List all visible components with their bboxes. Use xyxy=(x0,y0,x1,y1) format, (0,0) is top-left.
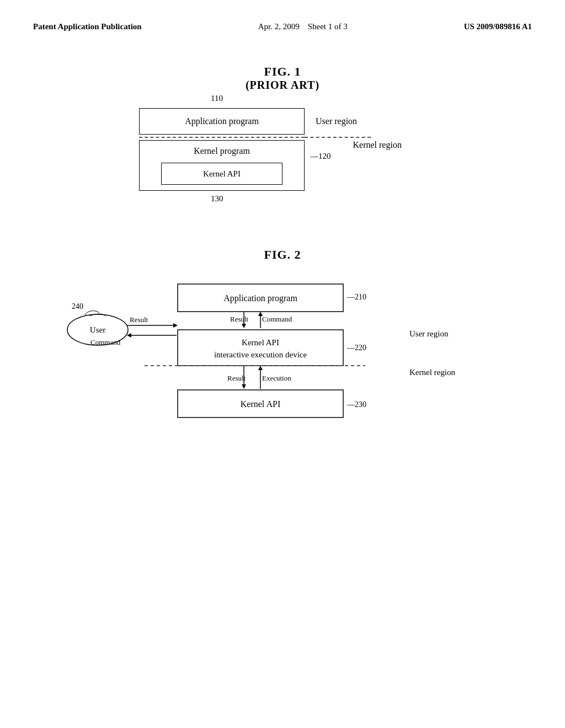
svg-text:interactive execution device: interactive execution device xyxy=(214,350,307,359)
svg-text:Execution: Execution xyxy=(262,374,291,382)
fig1-container: FIG. 1 (PRIOR ART) 110 Application progr… xyxy=(33,65,532,204)
svg-text:Result: Result xyxy=(130,315,148,324)
svg-text:User region: User region xyxy=(409,329,449,338)
page-header: Patent Application Publication Apr. 2, 2… xyxy=(33,22,532,31)
svg-text:Kernel API: Kernel API xyxy=(241,399,280,409)
kernel-region-label-fig1: Kernel region xyxy=(353,140,402,149)
svg-text:—210: —210 xyxy=(347,293,366,301)
label-120: —120 xyxy=(310,152,331,160)
header-sheet: Sheet 1 of 3 xyxy=(308,22,348,31)
svg-text:Application program: Application program xyxy=(223,293,297,303)
svg-text:Command: Command xyxy=(90,338,121,346)
svg-text:Kernel API: Kernel API xyxy=(242,338,279,347)
svg-text:User: User xyxy=(90,325,105,334)
svg-rect-9 xyxy=(178,330,343,366)
svg-text:—230: —230 xyxy=(347,400,366,409)
svg-marker-20 xyxy=(258,366,263,370)
user-region-label-fig1: User region xyxy=(316,116,357,126)
fig1-diagram: 110 Application program User region Kern… xyxy=(139,108,426,204)
fig2-svg: Application program —210 Result Command … xyxy=(56,279,509,510)
svg-text:—220: —220 xyxy=(347,344,366,352)
header-date: Apr. 2, 2009 xyxy=(258,22,300,31)
app-program-box-fig1: Application program xyxy=(139,108,305,135)
svg-text:Result: Result xyxy=(230,315,249,323)
fig1-title: FIG. 1 (PRIOR ART) xyxy=(246,65,319,92)
svg-text:Command: Command xyxy=(262,315,292,323)
kernel-api-box-fig1: Kernel API xyxy=(161,163,282,185)
svg-marker-4 xyxy=(242,324,246,328)
svg-marker-32 xyxy=(127,333,131,338)
svg-marker-29 xyxy=(173,323,178,328)
fig2-diagram: Application program —210 Result Command … xyxy=(56,279,509,510)
svg-text:240: 240 xyxy=(72,302,83,311)
fig2-title: FIG. 2 xyxy=(33,248,532,262)
svg-text:Result: Result xyxy=(227,374,246,382)
page: Patent Application Publication Apr. 2, 2… xyxy=(0,0,565,728)
label-110: 110 xyxy=(211,94,223,103)
fig2-section: FIG. 2 Application program —210 Result C… xyxy=(33,248,532,510)
header-date-sheet: Apr. 2, 2009 Sheet 1 of 3 xyxy=(258,22,348,31)
svg-marker-17 xyxy=(242,384,246,389)
label-130: 130 xyxy=(211,194,426,204)
header-publication: Patent Application Publication xyxy=(33,22,142,31)
header-patent-number: US 2009/089816 A1 xyxy=(464,22,532,31)
svg-text:Kernel region: Kernel region xyxy=(409,368,455,377)
kernel-outer-box-fig1: Kernel program Kernel API xyxy=(139,140,305,191)
